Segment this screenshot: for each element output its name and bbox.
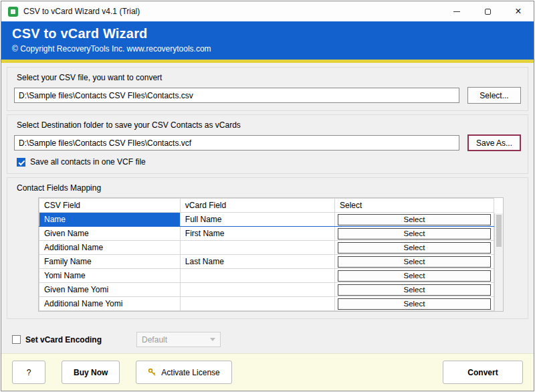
app-title: CSV to vCard Wizard bbox=[12, 26, 523, 41]
vcard-field-cell[interactable] bbox=[180, 241, 334, 255]
encoding-dropdown-value: Default bbox=[142, 335, 167, 345]
activate-license-label: Activate License bbox=[161, 368, 219, 377]
table-row[interactable]: Additional Name YomiSelect bbox=[39, 297, 494, 311]
copyright-text: © Copyright RecoveryTools Inc. www.recov… bbox=[12, 44, 523, 54]
app-window: CSV to vCard Wizard v4.1 (Trial) × CSV t… bbox=[1, 1, 534, 391]
row-select-button[interactable]: Select bbox=[338, 284, 491, 296]
vcard-field-cell[interactable] bbox=[180, 269, 334, 283]
save-all-checkbox-box[interactable] bbox=[17, 158, 25, 167]
app-icon bbox=[8, 7, 18, 17]
row-select-button[interactable]: Select bbox=[338, 298, 491, 310]
save-as-button[interactable]: Save As... bbox=[467, 134, 521, 151]
select-csv-button[interactable]: Select... bbox=[467, 87, 521, 104]
encoding-checkbox-box[interactable] bbox=[12, 335, 21, 344]
maximize-icon bbox=[485, 9, 491, 15]
minimize-icon bbox=[453, 11, 460, 12]
vcard-field-cell[interactable] bbox=[180, 283, 334, 297]
encoding-checkbox-label: Set vCard Encoding bbox=[25, 335, 102, 345]
window-title: CSV to vCard Wizard v4.1 (Trial) bbox=[23, 7, 140, 16]
csv-path-input[interactable] bbox=[14, 88, 459, 103]
csv-field-cell[interactable]: Additional Name bbox=[39, 241, 181, 255]
select-cell: Select bbox=[334, 297, 494, 311]
select-cell: Select bbox=[334, 227, 494, 241]
activate-license-button[interactable]: Activate License bbox=[136, 361, 231, 384]
help-button[interactable]: ? bbox=[12, 361, 45, 384]
mapping-table-body: NameFull NameSelectGiven NameFirst NameS… bbox=[39, 213, 494, 311]
vcard-field-cell[interactable]: First Name bbox=[180, 227, 334, 241]
csv-field-cell[interactable]: Family Name bbox=[39, 255, 181, 269]
column-header-vcard-field: vCard Field bbox=[180, 199, 334, 213]
mapping-table: CSV Field vCard Field Select NameFull Na… bbox=[38, 197, 504, 312]
csv-field-cell[interactable]: Name bbox=[39, 213, 181, 227]
row-select-button[interactable]: Select bbox=[338, 214, 491, 225]
select-cell: Select bbox=[334, 283, 494, 297]
row-select-button[interactable]: Select bbox=[338, 256, 491, 268]
mapping-group: Contact Fields Mapping CSV Field vCard F… bbox=[7, 177, 528, 319]
save-all-checkbox-label: Save all contacts in one VCF file bbox=[30, 157, 146, 167]
encoding-checkbox[interactable]: Set vCard Encoding bbox=[12, 335, 102, 345]
source-group: Select your CSV file, you want to conver… bbox=[7, 67, 528, 111]
table-row[interactable]: Family NameLast NameSelect bbox=[39, 255, 494, 269]
scrollbar-thumb[interactable] bbox=[496, 215, 502, 247]
main-content: Select your CSV file, you want to conver… bbox=[1, 63, 534, 353]
select-cell: Select bbox=[334, 269, 494, 283]
row-select-button[interactable]: Select bbox=[338, 242, 491, 254]
row-select-button[interactable]: Select bbox=[338, 228, 491, 239]
select-cell: Select bbox=[334, 241, 494, 255]
minimize-button[interactable] bbox=[441, 1, 472, 21]
footer-bar: ? Buy Now Activate License Convert bbox=[1, 353, 534, 391]
close-icon: × bbox=[515, 6, 521, 17]
select-cell: Select bbox=[334, 213, 494, 227]
vcf-path-input[interactable] bbox=[14, 135, 459, 151]
table-row[interactable]: Given Name YomiSelect bbox=[39, 283, 494, 297]
csv-field-cell[interactable]: Given Name Yomi bbox=[39, 283, 181, 297]
csv-field-cell[interactable]: Yomi Name bbox=[39, 269, 181, 283]
destination-label: Select Destination folder to save your C… bbox=[17, 120, 522, 130]
column-header-select: Select bbox=[334, 199, 494, 213]
destination-group: Select Destination folder to save your C… bbox=[7, 114, 528, 174]
vcard-field-cell[interactable]: Last Name bbox=[180, 255, 334, 269]
key-icon bbox=[148, 368, 156, 377]
mapping-label: Contact Fields Mapping bbox=[17, 183, 522, 193]
csv-field-cell[interactable]: Given Name bbox=[39, 227, 181, 241]
window-controls: × bbox=[441, 1, 534, 21]
source-label: Select your CSV file, you want to conver… bbox=[17, 73, 522, 82]
table-header-row: CSV Field vCard Field Select bbox=[39, 199, 494, 213]
vcard-field-cell[interactable]: Full Name bbox=[180, 213, 334, 227]
convert-button[interactable]: Convert bbox=[443, 361, 523, 384]
chevron-down-icon bbox=[210, 338, 215, 341]
save-all-checkbox[interactable]: Save all contacts in one VCF file bbox=[17, 157, 522, 167]
table-row[interactable]: Additional NameSelect bbox=[39, 241, 494, 255]
select-cell: Select bbox=[334, 255, 494, 269]
table-row[interactable]: Yomi NameSelect bbox=[39, 269, 494, 283]
vcard-field-cell[interactable] bbox=[180, 297, 334, 311]
column-header-csv-field: CSV Field bbox=[39, 199, 181, 213]
table-row[interactable]: NameFull NameSelect bbox=[39, 213, 494, 227]
table-row[interactable]: Given NameFirst NameSelect bbox=[39, 227, 494, 241]
title-bar: CSV to vCard Wizard v4.1 (Trial) × bbox=[1, 1, 534, 21]
encoding-row: Set vCard Encoding Default bbox=[12, 332, 528, 347]
buy-now-button[interactable]: Buy Now bbox=[62, 361, 120, 384]
csv-field-cell[interactable]: Additional Name Yomi bbox=[39, 297, 181, 311]
table-scrollbar[interactable] bbox=[494, 213, 503, 311]
row-select-button[interactable]: Select bbox=[338, 270, 491, 282]
encoding-dropdown: Default bbox=[136, 332, 221, 347]
header-banner: CSV to vCard Wizard © Copyright Recovery… bbox=[1, 21, 534, 60]
close-button[interactable]: × bbox=[503, 1, 534, 21]
maximize-button[interactable] bbox=[472, 1, 503, 21]
